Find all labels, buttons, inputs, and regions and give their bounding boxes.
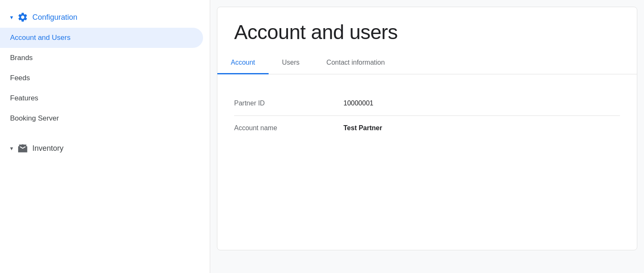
tab-contact-information[interactable]: Contact information (313, 52, 399, 74)
sidebar-item-label: Features (10, 94, 38, 102)
sidebar-configuration-header[interactable]: ▾ Configuration (0, 7, 210, 28)
inventory-label: Inventory (32, 144, 63, 153)
partner-id-label: Partner ID (234, 100, 327, 107)
sidebar-inventory-header[interactable]: ▾ Inventory (0, 137, 210, 160)
sidebar-item-brands[interactable]: Brands (0, 48, 210, 68)
sidebar: ▾ Configuration Account and Users Brands… (0, 0, 210, 273)
sidebar-item-feeds[interactable]: Feeds (0, 68, 210, 88)
configuration-label: Configuration (32, 13, 77, 22)
gear-icon (17, 12, 28, 23)
sidebar-item-label: Feeds (10, 74, 30, 82)
sidebar-item-features[interactable]: Features (0, 88, 210, 108)
content-card: Account and users Account Users Contact … (217, 7, 637, 250)
sidebar-item-label: Account and Users (10, 34, 71, 42)
inventory-chevron-icon: ▾ (10, 145, 13, 152)
partner-id-value: 10000001 (343, 100, 373, 107)
account-name-label: Account name (234, 124, 327, 132)
account-name-row: Account name Test Partner (234, 116, 620, 140)
configuration-chevron-icon: ▾ (10, 14, 13, 21)
sidebar-item-booking-server[interactable]: Booking Server (0, 108, 210, 129)
tabs-container: Account Users Contact information (217, 52, 637, 74)
sidebar-item-account-and-users[interactable]: Account and Users (0, 28, 203, 48)
account-name-value: Test Partner (343, 124, 382, 132)
sidebar-item-label: Booking Server (10, 114, 59, 122)
partner-id-row: Partner ID 10000001 (234, 91, 620, 116)
main-content: Account and users Account Users Contact … (210, 0, 644, 273)
tab-account[interactable]: Account (217, 52, 269, 74)
sidebar-item-label: Brands (10, 54, 33, 62)
store-icon (17, 143, 28, 154)
tab-users[interactable]: Users (269, 52, 313, 74)
page-title: Account and users (217, 7, 637, 52)
account-content: Partner ID 10000001 Account name Test Pa… (217, 74, 637, 157)
